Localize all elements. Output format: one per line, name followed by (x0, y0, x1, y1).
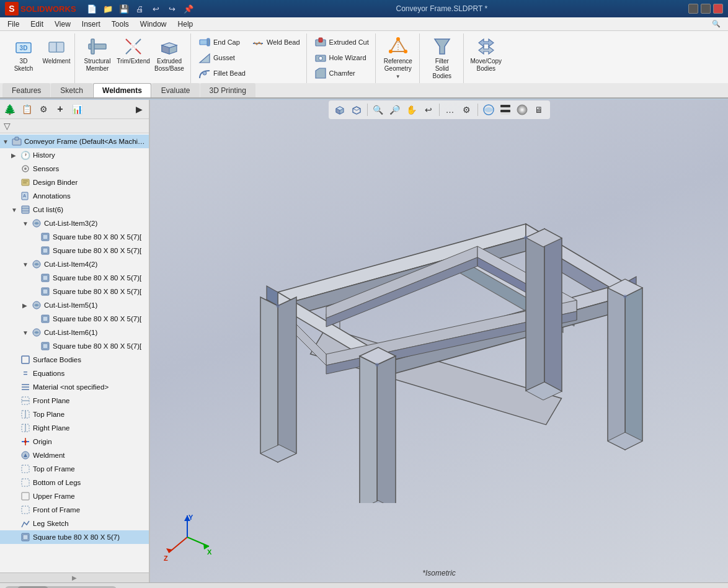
scroll-bar-h[interactable] (5, 586, 117, 589)
tree-cut-list-item4[interactable]: ▼ Cut-List-Item4(2) (0, 257, 149, 271)
svg-rect-8 (131, 44, 136, 49)
menu-tools[interactable]: Tools (107, 19, 134, 30)
filter-solid-bodies-button[interactable]: FilterSolidBodies (425, 35, 459, 82)
menu-search[interactable]: 🔍 (707, 19, 726, 29)
frame-model (222, 187, 656, 503)
menu-window[interactable]: Window (135, 19, 172, 30)
pan-button[interactable]: ✋ (404, 102, 419, 117)
viewport[interactable]: 🔍 🔎 ✋ ↩ … ⚙ (150, 100, 728, 582)
realview-button[interactable] (515, 102, 530, 117)
tab-3dprinting[interactable]: 3D Printing (200, 83, 255, 97)
menu-help[interactable]: Help (173, 19, 198, 30)
tree-cut-list[interactable]: ▼ Cut list(6) (0, 203, 149, 216)
tree-front-of-frame[interactable]: Front of Frame (0, 503, 149, 517)
structural-member-button[interactable]: StructuralMember (80, 35, 115, 74)
fillet-bead-button[interactable]: Fillet Bead (196, 66, 248, 81)
rotate-button[interactable]: ↩ (421, 102, 436, 117)
tree-top-plane[interactable]: Top Plane (0, 408, 149, 421)
weld-bead-button[interactable]: Weld Bead (249, 35, 303, 50)
tree-sq-tube-1[interactable]: Square tube 80 X 80 X 5(7)[ (0, 230, 149, 244)
mat-icon (20, 381, 31, 393)
display-options-button[interactable] (481, 102, 496, 117)
tree-front-plane[interactable]: Front Plane (0, 394, 149, 408)
tree-origin[interactable]: Origin (0, 435, 149, 448)
chamfer-button[interactable]: Chamfer (312, 66, 371, 81)
tree-cut-list-item6[interactable]: ▼ Cut-List-Item6(1) (0, 326, 149, 339)
pt-featureman[interactable]: 🌲 (2, 102, 17, 117)
pt-expand[interactable]: ▶ (131, 102, 146, 117)
svg-text:X: X (207, 548, 212, 556)
extruded-cut-button[interactable]: Extruded Cut (312, 35, 371, 50)
reference-geometry-button[interactable]: ReferenceGeometry ▼ (381, 35, 415, 81)
weldment-button[interactable]: Weldment (42, 35, 71, 71)
tree-leg-sketch[interactable]: Leg Sketch (0, 517, 149, 530)
tree-design-binder[interactable]: Design Binder (0, 176, 149, 189)
end-cap-button[interactable]: End Cap (196, 35, 248, 50)
tree-sq-tube-5[interactable]: Square tube 80 X 80 X 5(7)[ (0, 312, 149, 326)
qa-redo[interactable]: ↪ (166, 2, 179, 16)
bol-icon (20, 477, 31, 488)
3d-sketch-button[interactable]: 3D 3DSketch (6, 35, 41, 74)
tree-top-of-frame[interactable]: Top of Frame (0, 462, 149, 476)
tree-surface-bodies[interactable]: Surface Bodies (0, 353, 149, 367)
tab-sketch[interactable]: Sketch (51, 83, 92, 97)
sensors-label: Sensors (33, 165, 59, 172)
qa-print[interactable]: 🖨 (133, 2, 147, 16)
trim-extend-button[interactable]: Trim/Extend (116, 35, 151, 71)
svg-rect-53 (43, 316, 48, 321)
view-wireframe-button[interactable] (349, 102, 364, 117)
pt-property[interactable]: 📋 (19, 102, 34, 117)
move-copy-bodies-button[interactable]: Move/CopyBodies (469, 35, 504, 74)
tree-equations[interactable]: = Equations (0, 367, 149, 380)
sb-icon (20, 354, 31, 365)
maximize-button[interactable] (701, 4, 711, 14)
panel-resizer[interactable]: ▶ (0, 572, 149, 582)
tab-weldments[interactable]: Weldments (93, 83, 151, 97)
qa-save[interactable]: 💾 (117, 2, 131, 16)
qa-open[interactable]: 📁 (101, 2, 115, 16)
tree-material[interactable]: Material <not specified> (0, 380, 149, 394)
pt-chart[interactable]: 📊 (69, 102, 84, 117)
tree-upper-frame[interactable]: Upper Frame (0, 489, 149, 503)
tree-sq-tube-main[interactable]: Square tube 80 X 80 X 5(7) (0, 530, 149, 544)
tree-bottom-of-legs[interactable]: Bottom of Legs (0, 476, 149, 489)
zebra-stripes-button[interactable] (498, 102, 513, 117)
hole-wizard-button[interactable]: Hole Wizard (312, 50, 371, 65)
tab-evaluate[interactable]: Evaluate (152, 83, 200, 97)
view-settings-button[interactable]: ⚙ (459, 102, 474, 117)
close-button[interactable] (713, 4, 723, 14)
zoom-out-button[interactable]: 🔎 (388, 102, 402, 117)
zoom-to-fit-button[interactable]: 🔍 (371, 102, 386, 117)
menu-edit[interactable]: Edit (25, 19, 48, 30)
tree-cut-list-item3[interactable]: ▼ Cut-List-Item3(2) (0, 216, 149, 230)
tree-history[interactable]: ▶ 🕐 History (0, 148, 149, 162)
cad-model-area[interactable] (150, 122, 728, 568)
section-view-button[interactable]: … (443, 102, 458, 117)
filter-bar: ▽ (0, 119, 149, 133)
pt-plus[interactable]: + (53, 102, 68, 117)
minimize-button[interactable] (688, 4, 698, 14)
tree-right-plane[interactable]: Right Plane (0, 421, 149, 435)
tree-root[interactable]: ▼ Conveyor Frame (Default<As Machined (0, 135, 149, 148)
tree-annotations[interactable]: A Annotations (0, 189, 149, 203)
monitor-button[interactable]: 🖥 (531, 102, 546, 117)
view-3d-button[interactable] (332, 102, 347, 117)
menu-insert[interactable]: Insert (77, 19, 105, 30)
qa-pin[interactable]: 📌 (182, 2, 195, 16)
extruded-boss-button[interactable]: ExtrudedBoss/Base (152, 35, 187, 74)
tree-weldment[interactable]: Weldment (0, 448, 149, 462)
menu-view[interactable]: View (50, 19, 76, 30)
tree-sq-tube-2[interactable]: Square tube 80 X 80 X 5(7)[ (0, 244, 149, 257)
tab-features[interactable]: Features (2, 83, 50, 97)
tree-sensors[interactable]: Sensors (0, 162, 149, 176)
pt-config[interactable]: ⚙ (36, 102, 51, 117)
tree-sq-tube-3[interactable]: Square tube 80 X 80 X 5(7)[ (0, 271, 149, 285)
menu-file[interactable]: File (2, 19, 24, 30)
qa-undo[interactable]: ↩ (149, 2, 163, 16)
tree-sq-tube-6[interactable]: Square tube 80 X 80 X 5(7)[ (0, 339, 149, 353)
tree-cut-list-item5[interactable]: ▶ Cut-List-Item5(1) (0, 298, 149, 312)
tree-sq-tube-4[interactable]: Square tube 80 X 80 X 5(7)[ (0, 285, 149, 298)
qa-new[interactable]: 📄 (85, 2, 99, 16)
gusset-button[interactable]: Gusset (196, 50, 248, 65)
item3-icon (31, 218, 42, 229)
